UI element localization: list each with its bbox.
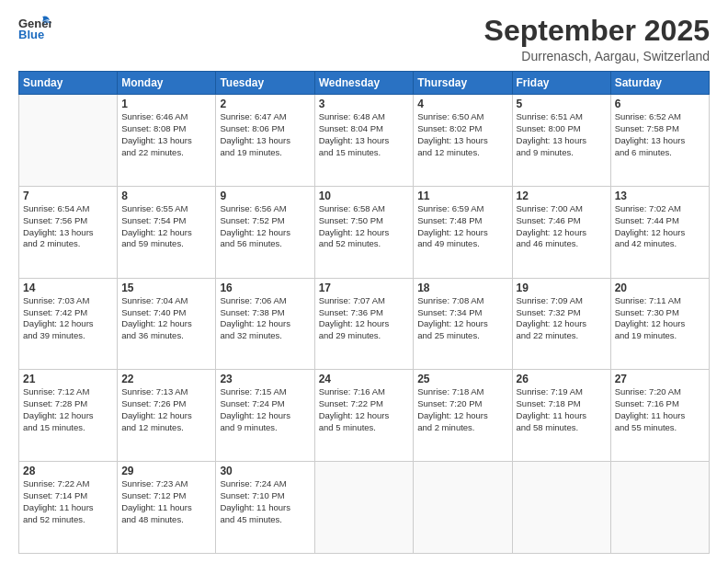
day-number: 4 — [417, 98, 507, 110]
day-number: 12 — [517, 190, 607, 202]
day-info: Sunrise: 7:07 AM Sunset: 7:36 PM Dayligh… — [319, 295, 410, 342]
day-info: Sunrise: 7:23 AM Sunset: 7:12 PM Dayligh… — [121, 478, 211, 525]
day-info: Sunrise: 7:08 AM Sunset: 7:34 PM Dayligh… — [417, 295, 507, 342]
day-info: Sunrise: 6:47 AM Sunset: 8:06 PM Dayligh… — [220, 111, 310, 158]
svg-text:Blue: Blue — [18, 28, 44, 40]
empty-cell — [512, 462, 610, 554]
day-cell-9: 9Sunrise: 6:56 AM Sunset: 7:52 PM Daylig… — [216, 186, 314, 278]
day-cell-30: 30Sunrise: 7:24 AM Sunset: 7:10 PM Dayli… — [216, 462, 314, 554]
day-cell-18: 18Sunrise: 7:08 AM Sunset: 7:34 PM Dayli… — [414, 278, 512, 370]
day-number: 18 — [417, 282, 507, 294]
day-cell-10: 10Sunrise: 6:58 AM Sunset: 7:50 PM Dayli… — [314, 186, 414, 278]
weekday-header-sunday: Sunday — [19, 72, 118, 95]
day-cell-25: 25Sunrise: 7:18 AM Sunset: 7:20 PM Dayli… — [414, 370, 512, 462]
empty-cell — [610, 462, 709, 554]
week-row-2: 7Sunrise: 6:54 AM Sunset: 7:56 PM Daylig… — [19, 186, 710, 278]
day-cell-24: 24Sunrise: 7:16 AM Sunset: 7:22 PM Dayli… — [314, 370, 414, 462]
day-cell-22: 22Sunrise: 7:13 AM Sunset: 7:26 PM Dayli… — [118, 370, 216, 462]
day-info: Sunrise: 7:11 AM Sunset: 7:30 PM Dayligh… — [615, 295, 705, 342]
day-cell-3: 3Sunrise: 6:48 AM Sunset: 8:04 PM Daylig… — [314, 95, 414, 187]
day-info: Sunrise: 7:12 AM Sunset: 7:28 PM Dayligh… — [23, 386, 113, 433]
day-info: Sunrise: 7:20 AM Sunset: 7:16 PM Dayligh… — [615, 386, 705, 433]
day-cell-4: 4Sunrise: 6:50 AM Sunset: 8:02 PM Daylig… — [414, 95, 512, 187]
day-cell-15: 15Sunrise: 7:04 AM Sunset: 7:40 PM Dayli… — [118, 278, 216, 370]
day-info: Sunrise: 6:54 AM Sunset: 7:56 PM Dayligh… — [23, 203, 113, 250]
day-number: 14 — [23, 282, 113, 294]
page: General Blue September 2025 Durrenasch, … — [0, 0, 728, 563]
day-cell-8: 8Sunrise: 6:55 AM Sunset: 7:54 PM Daylig… — [118, 186, 216, 278]
day-info: Sunrise: 7:15 AM Sunset: 7:24 PM Dayligh… — [220, 386, 310, 433]
day-info: Sunrise: 7:16 AM Sunset: 7:22 PM Dayligh… — [319, 386, 410, 433]
day-number: 1 — [121, 98, 211, 110]
day-cell-1: 1Sunrise: 6:46 AM Sunset: 8:08 PM Daylig… — [118, 95, 216, 187]
day-info: Sunrise: 7:00 AM Sunset: 7:46 PM Dayligh… — [517, 203, 607, 250]
day-number: 22 — [121, 373, 211, 385]
day-number: 3 — [319, 98, 410, 110]
day-info: Sunrise: 6:52 AM Sunset: 7:58 PM Dayligh… — [615, 111, 705, 158]
day-cell-29: 29Sunrise: 7:23 AM Sunset: 7:12 PM Dayli… — [118, 462, 216, 554]
day-info: Sunrise: 7:19 AM Sunset: 7:18 PM Dayligh… — [517, 386, 607, 433]
weekday-header-thursday: Thursday — [414, 72, 512, 95]
day-cell-14: 14Sunrise: 7:03 AM Sunset: 7:42 PM Dayli… — [19, 278, 118, 370]
day-cell-12: 12Sunrise: 7:00 AM Sunset: 7:46 PM Dayli… — [512, 186, 610, 278]
day-info: Sunrise: 7:03 AM Sunset: 7:42 PM Dayligh… — [23, 295, 113, 342]
day-number: 29 — [121, 465, 211, 477]
day-number: 28 — [23, 465, 113, 477]
week-row-3: 14Sunrise: 7:03 AM Sunset: 7:42 PM Dayli… — [19, 278, 710, 370]
day-info: Sunrise: 7:24 AM Sunset: 7:10 PM Dayligh… — [220, 478, 310, 525]
day-number: 10 — [319, 190, 410, 202]
day-cell-5: 5Sunrise: 6:51 AM Sunset: 8:00 PM Daylig… — [512, 95, 610, 187]
day-info: Sunrise: 7:02 AM Sunset: 7:44 PM Dayligh… — [615, 203, 705, 250]
day-cell-6: 6Sunrise: 6:52 AM Sunset: 7:58 PM Daylig… — [610, 95, 709, 187]
empty-cell — [314, 462, 414, 554]
day-info: Sunrise: 6:46 AM Sunset: 8:08 PM Dayligh… — [121, 111, 211, 158]
day-number: 8 — [121, 190, 211, 202]
weekday-header-friday: Friday — [512, 72, 610, 95]
day-info: Sunrise: 6:58 AM Sunset: 7:50 PM Dayligh… — [319, 203, 410, 250]
day-number: 2 — [220, 98, 310, 110]
empty-cell — [19, 95, 118, 187]
day-cell-20: 20Sunrise: 7:11 AM Sunset: 7:30 PM Dayli… — [610, 278, 709, 370]
day-number: 26 — [517, 373, 607, 385]
weekday-header-wednesday: Wednesday — [314, 72, 414, 95]
day-cell-28: 28Sunrise: 7:22 AM Sunset: 7:14 PM Dayli… — [19, 462, 118, 554]
day-number: 23 — [220, 373, 310, 385]
day-info: Sunrise: 7:13 AM Sunset: 7:26 PM Dayligh… — [121, 386, 211, 433]
day-cell-21: 21Sunrise: 7:12 AM Sunset: 7:28 PM Dayli… — [19, 370, 118, 462]
day-info: Sunrise: 7:22 AM Sunset: 7:14 PM Dayligh… — [23, 478, 113, 525]
day-info: Sunrise: 7:18 AM Sunset: 7:20 PM Dayligh… — [417, 386, 507, 433]
logo: General Blue — [18, 15, 51, 40]
weekday-header-row: SundayMondayTuesdayWednesdayThursdayFrid… — [19, 72, 710, 95]
day-number: 24 — [319, 373, 410, 385]
day-number: 19 — [517, 282, 607, 294]
day-cell-2: 2Sunrise: 6:47 AM Sunset: 8:06 PM Daylig… — [216, 95, 314, 187]
day-cell-13: 13Sunrise: 7:02 AM Sunset: 7:44 PM Dayli… — [610, 186, 709, 278]
day-number: 13 — [615, 190, 705, 202]
day-info: Sunrise: 6:55 AM Sunset: 7:54 PM Dayligh… — [121, 203, 211, 250]
logo-icon: General Blue — [18, 15, 51, 40]
weekday-header-tuesday: Tuesday — [216, 72, 314, 95]
day-number: 11 — [417, 190, 507, 202]
day-number: 17 — [319, 282, 410, 294]
day-cell-7: 7Sunrise: 6:54 AM Sunset: 7:56 PM Daylig… — [19, 186, 118, 278]
day-cell-16: 16Sunrise: 7:06 AM Sunset: 7:38 PM Dayli… — [216, 278, 314, 370]
day-info: Sunrise: 6:59 AM Sunset: 7:48 PM Dayligh… — [417, 203, 507, 250]
day-number: 27 — [615, 373, 705, 385]
day-cell-11: 11Sunrise: 6:59 AM Sunset: 7:48 PM Dayli… — [414, 186, 512, 278]
weekday-header-monday: Monday — [118, 72, 216, 95]
day-number: 30 — [220, 465, 310, 477]
day-cell-23: 23Sunrise: 7:15 AM Sunset: 7:24 PM Dayli… — [216, 370, 314, 462]
day-cell-26: 26Sunrise: 7:19 AM Sunset: 7:18 PM Dayli… — [512, 370, 610, 462]
header: General Blue September 2025 Durrenasch, … — [18, 15, 710, 63]
day-cell-27: 27Sunrise: 7:20 AM Sunset: 7:16 PM Dayli… — [610, 370, 709, 462]
day-number: 15 — [121, 282, 211, 294]
day-number: 5 — [517, 98, 607, 110]
title-area: September 2025 Durrenasch, Aargau, Switz… — [484, 15, 710, 63]
day-number: 20 — [615, 282, 705, 294]
day-number: 25 — [417, 373, 507, 385]
day-cell-19: 19Sunrise: 7:09 AM Sunset: 7:32 PM Dayli… — [512, 278, 610, 370]
empty-cell — [414, 462, 512, 554]
day-info: Sunrise: 7:06 AM Sunset: 7:38 PM Dayligh… — [220, 295, 310, 342]
day-info: Sunrise: 7:09 AM Sunset: 7:32 PM Dayligh… — [517, 295, 607, 342]
week-row-4: 21Sunrise: 7:12 AM Sunset: 7:28 PM Dayli… — [19, 370, 710, 462]
